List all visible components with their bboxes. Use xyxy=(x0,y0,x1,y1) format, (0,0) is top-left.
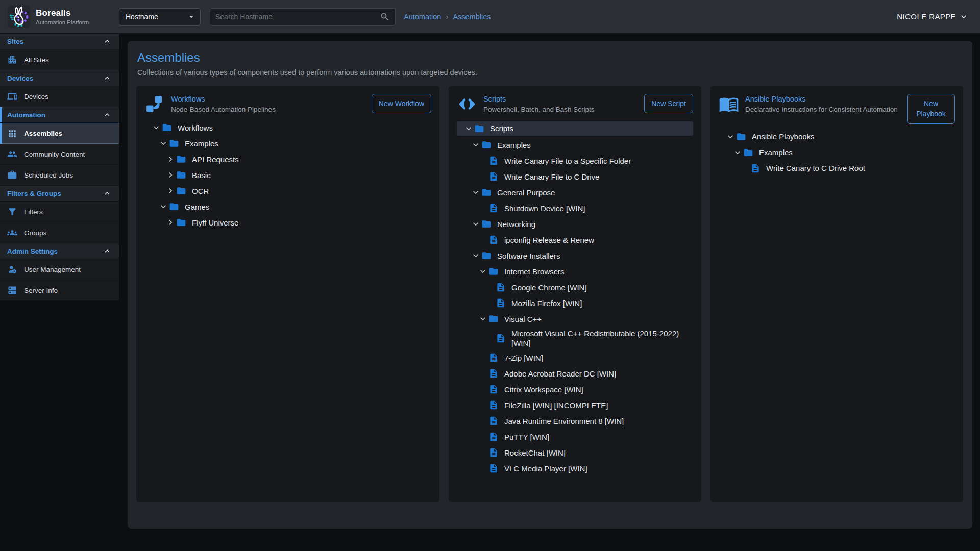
tree-folder-examples[interactable]: Examples xyxy=(457,139,693,152)
tree-folder-games[interactable]: Games xyxy=(144,201,431,213)
folder-icon xyxy=(176,217,187,228)
file-icon xyxy=(750,163,762,173)
sidebar-item-user-management[interactable]: User Management xyxy=(0,259,119,280)
sidebar-item-scheduled-jobs[interactable]: Scheduled Jobs xyxy=(0,165,119,186)
chevron-up-icon xyxy=(103,37,112,46)
tree-folder-basic[interactable]: Basic xyxy=(144,169,431,182)
chevron-down-icon[interactable] xyxy=(470,187,481,197)
tree-file-write-canary-file-to-a-specific-folder[interactable]: Write Canary File to a Specific Folder xyxy=(457,155,693,167)
tree-folder-software-installers[interactable]: Software Installers xyxy=(457,249,693,262)
sidebar-section-header-sites[interactable]: Sites xyxy=(0,34,119,49)
chevron-down-icon[interactable] xyxy=(470,219,481,229)
tree-file-write-canary-to-c-drive-root[interactable]: Write Canary to C Drive Root xyxy=(719,162,955,175)
tree-file-ipconfig-release-renew[interactable]: ipconfig Release & Renew xyxy=(457,234,693,246)
chevron-up-icon xyxy=(103,110,112,119)
folder-icon xyxy=(481,140,493,150)
sidebar-item-all-sites[interactable]: All Sites xyxy=(0,49,119,70)
tree-item-label: Workflows xyxy=(178,123,213,133)
chevron-down-icon[interactable] xyxy=(725,132,736,142)
tree-folder-flyff-universe[interactable]: Flyff Universe xyxy=(144,216,431,229)
user-menu[interactable]: NICOLE RAPPE xyxy=(897,12,969,22)
tree-folder-examples[interactable]: Examples xyxy=(144,137,431,150)
server-icon xyxy=(7,285,17,295)
chevron-down-icon[interactable] xyxy=(470,140,481,150)
breadcrumb-assemblies[interactable]: Assemblies xyxy=(453,13,491,21)
tree-item-label: 7-Zip [WIN] xyxy=(504,353,543,363)
tree-file-citrix-workspace-win[interactable]: Citrix Workspace [WIN] xyxy=(457,383,693,396)
sidebar-item-community-content[interactable]: Community Content xyxy=(0,144,119,165)
brand-name: Borealis xyxy=(36,8,89,18)
tree-folder-visual-c[interactable]: Visual C++ xyxy=(457,313,693,325)
tree-folder-examples[interactable]: Examples xyxy=(719,146,955,159)
building-icon xyxy=(7,55,17,65)
sidebar-item-server-info[interactable]: Server Info xyxy=(0,280,119,301)
brand[interactable]: Borealis Automation Platform xyxy=(7,5,119,29)
chevron-down-icon[interactable] xyxy=(477,266,488,277)
new-workflow-button[interactable]: New Workflow xyxy=(372,94,431,113)
tree-file-rocketchat-win[interactable]: RocketChat [WIN] xyxy=(457,446,693,459)
tree-file-filezilla-win-incomplete[interactable]: FileZilla [WIN] [INCOMPLETE] xyxy=(457,399,693,412)
chevron-down-icon[interactable] xyxy=(463,123,474,134)
breadcrumb-automation[interactable]: Automation xyxy=(404,13,441,21)
tree-file-mozilla-firefox-win[interactable]: Mozilla Firefox [WIN] xyxy=(457,297,693,310)
tree-file-shutdown-device-win[interactable]: Shutdown Device [WIN] xyxy=(457,202,693,215)
chevron-right-icon[interactable] xyxy=(165,186,176,196)
hostname-select-value: Hostname xyxy=(126,13,158,21)
file-icon xyxy=(488,416,500,426)
sidebar-section-header-automation[interactable]: Automation xyxy=(0,107,119,123)
tree-item-label: Scripts xyxy=(490,123,513,134)
tree-folder-workflows[interactable]: Workflows xyxy=(144,121,431,134)
ansible-playbooks-tree: Ansible PlaybooksExamplesWrite Canary to… xyxy=(719,131,955,175)
folder-icon xyxy=(474,123,485,134)
chevron-right-icon[interactable] xyxy=(165,154,176,164)
tree-item-label: Examples xyxy=(759,147,793,158)
tree-folder-networking[interactable]: Networking xyxy=(457,218,693,231)
new-script-button[interactable]: New Script xyxy=(644,94,693,113)
sidebar-section-header-devices[interactable]: Devices xyxy=(0,70,119,86)
tree-file-google-chrome-win[interactable]: Google Chrome [WIN] xyxy=(457,281,693,294)
tree-item-label: Java Runtime Environment 8 [WIN] xyxy=(504,416,624,427)
tree-folder-ansible-playbooks[interactable]: Ansible Playbooks xyxy=(719,131,955,143)
sidebar-section-label: Admin Settings xyxy=(7,247,58,255)
sidebar-section-sites: SitesAll Sites xyxy=(0,34,119,70)
tree-file-vlc-media-player-win[interactable]: VLC Media Player [WIN] xyxy=(457,462,693,475)
chevron-down-icon[interactable] xyxy=(732,147,743,158)
tree-folder-internet-browsers[interactable]: Internet Browsers xyxy=(457,265,693,278)
panel-workflows: WorkflowsNode-Based Automation Pipelines… xyxy=(136,86,439,502)
chevron-right-icon[interactable] xyxy=(165,217,176,228)
sidebar-item-groups[interactable]: Groups xyxy=(0,222,119,243)
sidebar-section-header-admin-settings[interactable]: Admin Settings xyxy=(0,243,119,259)
panel-title: Scripts xyxy=(483,95,638,103)
chevron-right-icon[interactable] xyxy=(165,170,176,180)
chevron-down-icon[interactable] xyxy=(158,138,169,148)
chevron-down-icon[interactable] xyxy=(151,122,162,133)
tree-item-label: Basic xyxy=(192,170,211,181)
tree-file-microsoft-visual-c-redistributable-2015-2022-win[interactable]: Microsoft Visual C++ Redistributable (20… xyxy=(457,329,693,348)
tree-folder-general-purpose[interactable]: General Purpose xyxy=(457,186,693,199)
tree-folder-scripts[interactable]: Scripts xyxy=(457,121,693,136)
chevron-down-icon[interactable] xyxy=(470,251,481,261)
tree-file-write-canary-file-to-c-drive[interactable]: Write Canary File to C Drive xyxy=(457,170,693,183)
sidebar-item-assemblies[interactable]: Assemblies xyxy=(0,123,119,144)
tree-item-label: Mozilla Firefox [WIN] xyxy=(511,298,582,309)
search-icon[interactable] xyxy=(380,12,390,22)
chevron-down-icon[interactable] xyxy=(477,314,488,324)
topbar: Borealis Automation Platform Hostname Au… xyxy=(0,0,980,34)
sidebar-section-automation: AutomationAssembliesCommunity ContentSch… xyxy=(0,107,119,186)
search-input[interactable] xyxy=(215,13,380,21)
sidebar-item-filters[interactable]: Filters xyxy=(0,202,119,222)
tree-item-label: FileZilla [WIN] [INCOMPLETE] xyxy=(504,400,608,411)
tree-file-java-runtime-environment-8-win[interactable]: Java Runtime Environment 8 [WIN] xyxy=(457,415,693,428)
page-description: Collections of various types of componen… xyxy=(137,68,964,77)
hostname-select[interactable]: Hostname xyxy=(119,8,201,26)
new-playbook-button[interactable]: New Playbook xyxy=(907,94,955,124)
tree-file-7-zip-win[interactable]: 7-Zip [WIN] xyxy=(457,352,693,364)
tree-file-putty-win[interactable]: PuTTY [WIN] xyxy=(457,431,693,443)
sidebar-section-header-filters-groups[interactable]: Filters & Groups xyxy=(0,186,119,202)
tree-folder-api-requests[interactable]: API Requests xyxy=(144,153,431,166)
tree-folder-ocr[interactable]: OCR xyxy=(144,185,431,197)
chevron-down-icon[interactable] xyxy=(158,202,169,212)
sidebar-item-devices[interactable]: Devices xyxy=(0,86,119,107)
search-box xyxy=(210,8,396,26)
tree-file-adobe-acrobat-reader-dc-win[interactable]: Adobe Acrobat Reader DC [WIN] xyxy=(457,367,693,380)
